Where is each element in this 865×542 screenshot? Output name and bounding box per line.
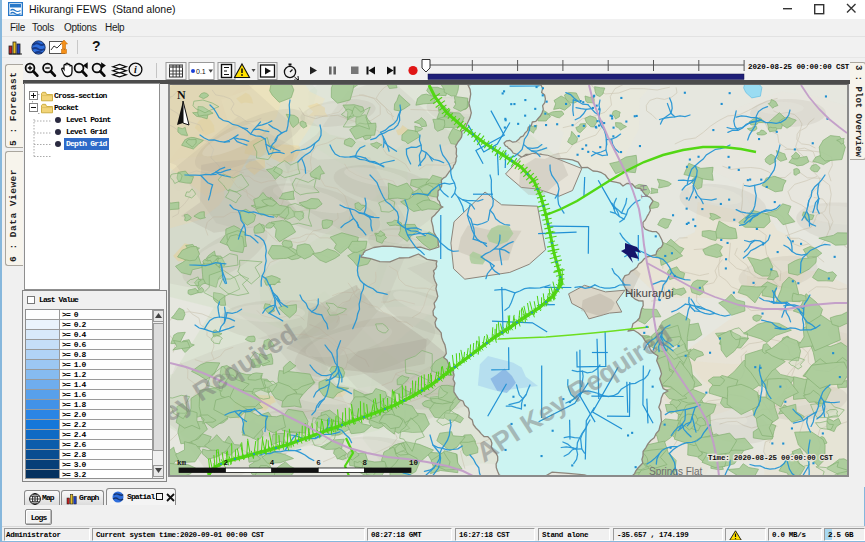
svg-text:i: i [134, 64, 137, 75]
svg-text:2: 2 [223, 459, 228, 467]
svg-text:Hikurangi: Hikurangi [625, 287, 674, 299]
svg-text:10: 10 [409, 459, 419, 467]
svg-text:6: 6 [316, 459, 321, 467]
svg-text:H 1: H 1 [638, 184, 649, 199]
svg-text:4: 4 [270, 459, 275, 467]
svg-text:0.1: 0.1 [196, 68, 206, 75]
svg-text:km: km [177, 459, 187, 467]
svg-text:Time: 2020-08-25 00:00:00 CST: Time: 2020-08-25 00:00:00 CST [708, 454, 833, 462]
svg-text:8: 8 [363, 459, 368, 467]
svg-text:N: N [177, 88, 186, 102]
svg-text:Springs Flat: Springs Flat [649, 466, 703, 476]
